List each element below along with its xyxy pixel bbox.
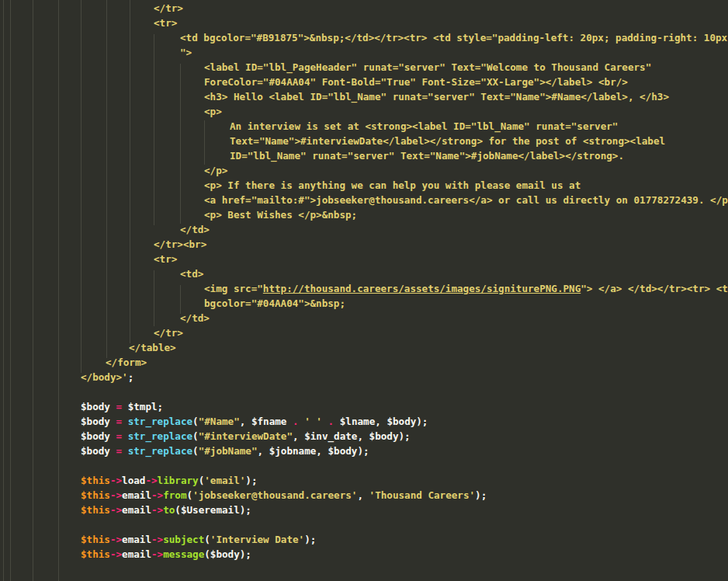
code-line: Text="Name">#interviewDate</label></stro… — [230, 135, 665, 150]
code-token: to — [163, 504, 175, 516]
code-token: ( — [204, 534, 210, 545]
code-token: ( — [192, 430, 199, 442]
code-token — [122, 445, 128, 457]
code-line: </form> — [106, 357, 147, 371]
code-token: "#Name" — [199, 416, 240, 427]
code-line: bgcolor="#04AA04">&nbsp; — [204, 297, 345, 312]
code-token: An interview is set at <strong><label ID… — [230, 120, 618, 132]
code-line: <p> Best Wishes </p>&nbsp; — [204, 209, 357, 224]
code-line: $this->load->library('email'); — [81, 475, 258, 489]
code-token: subject — [163, 534, 204, 545]
code-token: . — [328, 416, 335, 427]
code-token: -> — [151, 534, 163, 545]
code-line: <p> — [204, 106, 222, 120]
code-token: ); — [304, 534, 316, 545]
indent-guide — [154, 270, 154, 326]
indent-guide — [180, 64, 181, 224]
indent-guide — [130, 0, 130, 343]
code-token: </td> — [180, 224, 210, 235]
code-token: $tmpl; — [122, 401, 163, 412]
code-token: str_replace — [128, 430, 192, 442]
code-token: 'email' — [204, 475, 245, 486]
code-token: $body — [81, 416, 116, 427]
code-token: <h3> Hello <label ID="lbl_Name" runat="s… — [204, 91, 669, 103]
code-token: http://thousand.careers/assets/images/si… — [263, 283, 581, 294]
code-line: </tr><br> — [154, 238, 206, 253]
code-token: </body>' — [81, 371, 128, 383]
code-token: $body — [81, 445, 116, 457]
code-token: -> — [110, 475, 122, 486]
code-token: $this — [81, 475, 110, 486]
code-token: $lname, $body); — [334, 416, 428, 427]
code-line: </body>'; — [81, 371, 133, 386]
indent-guide — [33, 0, 33, 581]
code-line: </tr> — [154, 2, 183, 17]
code-line: $this->email->to($Useremail); — [81, 504, 251, 519]
code-line: <p> If there is anything we can help you… — [204, 179, 581, 194]
code-token: email — [122, 504, 151, 516]
code-line: $this->email->subject('Interview Date'); — [81, 534, 316, 548]
code-token: </tr> — [154, 327, 183, 339]
code-line: <tr> — [154, 17, 177, 32]
code-token: <td bgcolor="#B91875">&nbsp;</td></tr><t… — [180, 32, 728, 43]
code-line: <h3> Hello <label ID="lbl_Name" runat="s… — [204, 91, 669, 106]
code-token: library — [158, 475, 199, 486]
code-token: = — [116, 430, 123, 442]
code-token: -> — [110, 534, 122, 545]
code-token: -> — [145, 475, 157, 486]
code-token: from — [163, 489, 186, 501]
code-token: -> — [110, 504, 122, 516]
code-token: , — [357, 489, 369, 501]
code-token: $this — [81, 489, 110, 501]
code-token: = — [116, 401, 123, 412]
code-token: ); — [475, 489, 487, 501]
code-token: </tr><br> — [154, 238, 206, 250]
code-token: </td> — [180, 312, 210, 324]
code-token: "#jobName" — [199, 445, 258, 457]
code-line: <td> — [180, 268, 203, 283]
code-token: 'Interview Date' — [210, 534, 304, 545]
code-line: $body = str_replace("#jobName", $jobname… — [81, 445, 369, 460]
code-token: = — [116, 445, 123, 457]
code-line: <label ID="lbl_PageHeader" runat="server… — [204, 61, 651, 76]
code-token: str_replace — [128, 416, 192, 427]
code-token: ( — [192, 416, 199, 427]
code-line: "> — [180, 47, 192, 61]
code-token: message — [163, 548, 204, 560]
code-line: An interview is set at <strong><label ID… — [230, 120, 618, 135]
code-token: <p> Best Wishes </p>&nbsp; — [204, 209, 357, 221]
code-line: </table> — [129, 342, 176, 357]
code-token: bgcolor="#04AA04">&nbsp; — [204, 297, 345, 309]
code-line: $body = str_replace("#interviewDate", $i… — [81, 430, 411, 445]
code-line: ID="lbl_Name" runat="server" Text="Name"… — [230, 150, 624, 165]
code-token: <td> — [180, 268, 203, 280]
code-token: </p> — [204, 165, 227, 176]
indent-guide — [58, 0, 59, 581]
code-token: ); — [245, 475, 257, 486]
code-line: <img src="http://thousand.careers/assets… — [204, 283, 728, 297]
code-token — [122, 416, 128, 427]
code-token: ID="lbl_Name" runat="server" Text="Name"… — [230, 150, 624, 162]
code-token: . — [293, 416, 299, 427]
code-token: ( — [192, 445, 199, 457]
code-token: ; — [128, 371, 134, 383]
code-line: <a href="mailto:#">jobseeker@thousand.ca… — [204, 194, 728, 209]
code-token: "> </a> </td></tr><tr> <td — [581, 283, 728, 294]
indent-guide — [154, 34, 154, 225]
code-token: str_replace — [128, 445, 192, 457]
code-token: </form> — [106, 357, 147, 368]
code-token: $body — [81, 430, 116, 442]
code-token: </table> — [129, 342, 176, 353]
code-editor[interactable]: </tr><tr><td bgcolor="#B91875">&nbsp;</t… — [0, 0, 728, 581]
code-token: 'jobseeker@thousand.careers' — [192, 489, 357, 501]
code-token: = — [116, 416, 123, 427]
code-token: 'Thousand Careers' — [369, 489, 475, 501]
code-token: ( — [187, 489, 193, 501]
indent-guide — [81, 0, 81, 373]
code-token: <a href="mailto:#">jobseeker@thousand.ca… — [204, 194, 728, 206]
code-token: $this — [81, 534, 110, 545]
code-token: -> — [110, 548, 122, 560]
code-line: $this->email->message($body); — [81, 548, 251, 563]
code-token: , $fname — [240, 416, 293, 427]
code-line: </tr> — [154, 327, 183, 342]
